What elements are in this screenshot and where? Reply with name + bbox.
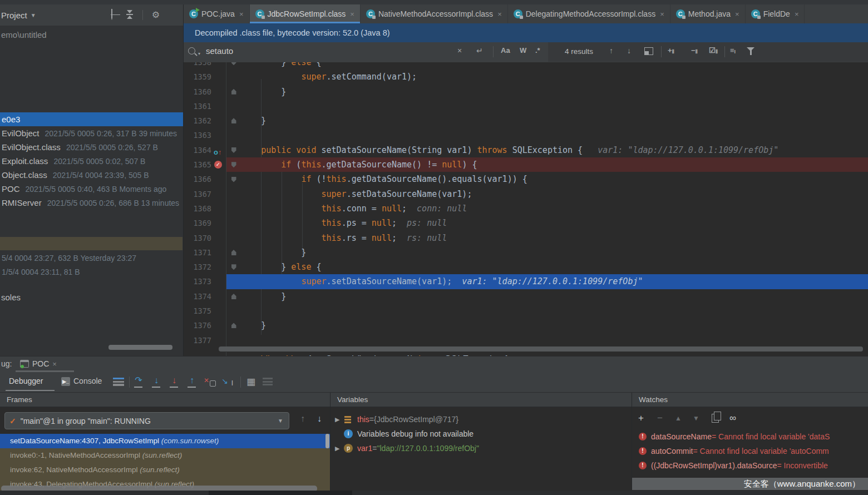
frame-row[interactable]: invoke:62, NativeMethodAccessorImpl (sun… (0, 463, 330, 477)
step-out-icon[interactable]: ↑ (186, 375, 198, 388)
frame-row[interactable]: invoke0:-1, NativeMethodAccessorImpl (su… (0, 448, 330, 463)
fold-marker-icon[interactable] (231, 264, 236, 270)
file-meta-row[interactable]: 5/4 0004 23:27, 632 B Yesterday 23:27 (2, 254, 136, 263)
file-row[interactable]: RMIServer2021/5/5 0005 0:26, 686 B 13 mi… (0, 196, 183, 210)
project-panel-hscrollbar[interactable] (108, 345, 172, 350)
code-line[interactable]: 1372 } else { (184, 260, 868, 274)
code-line[interactable]: 1358 } else { (184, 62, 868, 70)
expand-arrow-icon[interactable]: ▶ (335, 445, 344, 452)
close-icon[interactable]: × (497, 10, 502, 18)
clear-search-icon[interactable]: × (457, 46, 462, 55)
breakpoint-icon[interactable]: ✓ (214, 161, 222, 169)
move-down-icon[interactable]: ▼ (693, 414, 699, 422)
code-viewport[interactable]: 1358 } else {1359 super.setCommand(var1)… (184, 62, 868, 356)
variable-row-this[interactable]: ▶ this = {JdbcRowSetImpl@717} (331, 412, 632, 427)
tab-JdbcRowSetImpl.class[interactable]: CJdbcRowSetImpl.class× (250, 4, 361, 23)
words-toggle[interactable]: W (520, 46, 526, 55)
tab-debugger[interactable]: Debugger (9, 377, 43, 385)
file-meta-row[interactable]: 1/5/4 0004 23:11, 81 B (2, 268, 80, 276)
remove-selection-icon[interactable]: −Ⅱ (691, 46, 697, 55)
debug-session-tab[interactable]: POC × (16, 357, 61, 370)
code-line[interactable]: 1361 (184, 99, 868, 113)
open-in-tool-window-icon[interactable] (644, 47, 653, 55)
close-icon[interactable]: × (239, 10, 244, 18)
search-input[interactable]: setauto (206, 46, 233, 56)
code-line[interactable]: 1360 } (184, 85, 868, 99)
file-row[interactable]: POC2021/5/5 0005 0:40, 463 B Moments ago (0, 182, 183, 196)
next-occurrence-icon[interactable]: ↓ (627, 46, 631, 55)
file-row[interactable]: Exploit.class2021/5/5 0005 0:02, 507 B (0, 154, 183, 168)
drop-frame-icon[interactable]: ✕ (204, 375, 216, 388)
filter-icon[interactable] (747, 47, 754, 51)
show-watches-in-variables-icon[interactable]: ∞ (729, 413, 736, 424)
tab-console[interactable]: Console (73, 377, 102, 385)
code-line[interactable]: 1374 } (184, 289, 868, 304)
close-icon[interactable]: × (350, 10, 354, 18)
run-to-cursor-icon[interactable]: ↘Ι (221, 375, 234, 388)
close-icon[interactable]: × (735, 10, 739, 18)
code-line[interactable]: 1364o↑ public void setDataSourceName(Str… (184, 143, 868, 157)
move-up-icon[interactable]: ▲ (675, 414, 682, 422)
close-icon[interactable]: × (795, 10, 799, 18)
add-watch-icon[interactable]: + (638, 413, 644, 424)
editor-hscrollbar[interactable] (219, 346, 863, 352)
close-icon[interactable]: × (52, 360, 57, 368)
code-line[interactable]: 1369 this.ps = null; ps: null (184, 216, 868, 230)
code-line[interactable]: 1376 } (184, 318, 868, 333)
step-into-icon[interactable]: ↓ (150, 375, 162, 388)
select-all-occurrences-icon[interactable]: ☑Ⅱ (709, 46, 717, 55)
frame-up-icon[interactable]: ↑ (300, 414, 305, 424)
search-icon[interactable] (188, 47, 195, 55)
file-row-inactive-selection[interactable] (0, 237, 183, 250)
locate-target-icon[interactable] (107, 10, 117, 20)
settings-gear-icon[interactable]: ⚙ (151, 10, 161, 20)
watch-row[interactable]: !dataSourceName = Cannot find local vari… (632, 429, 868, 444)
frames-vscrollbar[interactable] (326, 434, 329, 448)
code-line[interactable]: 1368 this.conn = null; conn: null (184, 201, 868, 216)
collapse-icon[interactable] (125, 10, 135, 20)
file-row[interactable]: Object.class2021/5/4 0004 23:39, 505 B (0, 168, 183, 182)
chevron-down-icon[interactable]: ▼ (31, 12, 36, 18)
fold-marker-icon[interactable] (231, 118, 236, 123)
fold-marker-icon[interactable] (231, 323, 236, 328)
code-line[interactable]: 1375 (184, 304, 868, 318)
frame-row[interactable]: setDataSourceName:4307, JdbcRowSetImpl (… (0, 434, 330, 448)
remove-watch-icon[interactable]: − (657, 413, 663, 424)
fold-marker-icon[interactable] (231, 177, 236, 182)
previous-occurrence-icon[interactable]: ↑ (609, 46, 613, 55)
file-row[interactable]: e0e3 (0, 112, 183, 126)
expand-arrow-icon[interactable]: ▶ (335, 416, 344, 423)
thread-selector[interactable]: ✓ "main"@1 in group "main": RUNNING ▼ (4, 412, 289, 429)
evaluate-expression-icon[interactable]: ▦ (246, 376, 255, 388)
close-icon[interactable]: × (660, 10, 664, 18)
code-line[interactable]: 1373 super.setDataSourceName(var1); var1… (184, 274, 868, 289)
tab-NativeMethodAccessorImpl.class[interactable]: CNativeMethodAccessorImpl.class× (361, 4, 508, 23)
code-line[interactable]: 1362 } (184, 113, 868, 128)
code-line[interactable]: 1366 if (!this.getDataSourceName().equal… (184, 172, 868, 186)
search-options-caret-icon[interactable]: ▾ (198, 51, 200, 56)
regex-toggle[interactable]: .* (535, 46, 540, 55)
code-line[interactable]: 1370 this.rs = null; rs: null (184, 231, 868, 245)
match-case-toggle[interactable]: Aa (501, 46, 510, 55)
project-root-label[interactable]: emo\untitled (1, 30, 47, 39)
layout-settings-icon[interactable] (263, 378, 273, 385)
code-line[interactable]: 1363 (184, 128, 868, 142)
watch-row[interactable]: !((JdbcRowSetImpl)var1).dataSource = Inc… (632, 458, 868, 473)
tab-POC.java[interactable]: CPOC.java× (184, 4, 250, 23)
file-row[interactable]: EvilObject2021/5/5 0005 0:26, 317 B 39 m… (0, 126, 183, 140)
code-line[interactable]: 1365✓ if (this.getDataSourceName() != nu… (184, 157, 868, 172)
fold-marker-icon[interactable] (231, 250, 236, 255)
copy-icon[interactable] (712, 414, 719, 423)
fold-marker-icon[interactable] (231, 62, 236, 65)
hide-panel-icon[interactable] (169, 10, 179, 20)
project-panel-title[interactable]: Project (1, 11, 27, 20)
fold-marker-icon[interactable] (231, 147, 236, 153)
consoles-label[interactable]: soles (1, 293, 21, 302)
threads-view-icon[interactable] (113, 378, 124, 386)
code-line[interactable]: 1367 super.setDataSourceName(var1); (184, 187, 868, 201)
fold-marker-icon[interactable] (231, 162, 236, 167)
variable-row-var1[interactable]: ▶ p var1 = "ldap://127.0.0.1:1099/refObj… (331, 441, 632, 456)
fold-marker-icon[interactable] (231, 294, 236, 299)
tab-Method.java[interactable]: CMethod.java× (670, 4, 746, 23)
file-row[interactable]: EvilObject.class2021/5/5 0005 0:26, 527 … (0, 140, 183, 154)
